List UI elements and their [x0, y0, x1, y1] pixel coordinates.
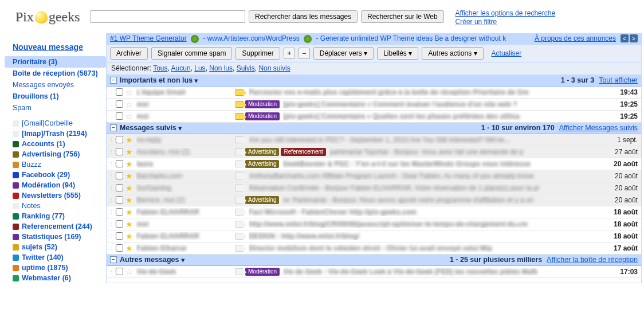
mail-row[interactable]: ⋮⋮★no-replyAre you still interested in P… — [107, 134, 641, 146]
star-icon[interactable]: ★ — [125, 220, 133, 229]
about-ads-link[interactable]: À propos de ces annonces — [535, 34, 616, 42]
ad-link[interactable]: #1 WP Theme Generator — [110, 34, 187, 42]
drag-handle-icon[interactable]: ⋮⋮ — [109, 245, 113, 251]
importance-marker[interactable] — [234, 233, 245, 240]
mail-row[interactable]: ⋮⋮★moihttp://www.miloi.fr/blog/CR/09/06/… — [107, 218, 641, 230]
importance-marker[interactable] — [234, 197, 245, 204]
drag-handle-icon[interactable]: ⋮⋮ — [109, 185, 113, 190]
ad-prev-button[interactable]: < — [621, 34, 629, 42]
mail-row[interactable]: ⋮⋮☆moiModération[pix-geeks] Commentaire … — [107, 111, 641, 123]
star-icon[interactable]: ★ — [125, 195, 133, 205]
sidebar-label[interactable]: Modération (94) — [5, 180, 106, 190]
mail-row[interactable]: ⋮⋮☆Vie-de-GeekModérationVie de Geek - Vi… — [107, 266, 641, 278]
row-checkbox[interactable] — [116, 88, 123, 96]
mail-row[interactable]: ⋮⋮★Fabien ELHARRARFact Microsoft - Fabie… — [107, 206, 641, 218]
select-option[interactable]: Non lus — [209, 64, 233, 72]
drag-handle-icon[interactable]: ⋮⋮ — [109, 221, 113, 226]
sidebar-label[interactable]: Webmaster (6) — [5, 273, 106, 283]
drag-handle-icon[interactable]: ⋮⋮ — [109, 149, 113, 154]
delete-button[interactable]: Supprimer — [235, 47, 280, 60]
sidebar-label[interactable]: Notes — [5, 201, 106, 211]
caret-down-icon[interactable]: ▾ — [181, 256, 185, 264]
archive-button[interactable]: Archiver — [110, 47, 148, 60]
importance-marker[interactable] — [234, 148, 245, 155]
collapse-icon[interactable]: − — [110, 256, 117, 263]
select-option[interactable]: Lus — [194, 64, 205, 72]
caret-down-icon[interactable]: ▾ — [178, 124, 182, 132]
row-checkbox[interactable] — [116, 160, 123, 167]
sidebar-item[interactable]: Spam — [5, 102, 106, 114]
refresh-link[interactable]: Actualiser — [492, 49, 522, 57]
sidebar-label[interactable]: Referencement (244) — [5, 221, 106, 232]
star-icon[interactable]: ★ — [125, 232, 133, 241]
importance-marker[interactable] — [234, 113, 245, 120]
star-icon[interactable]: ★ — [125, 183, 133, 193]
create-filter-link[interactable]: Créer un filtre — [455, 18, 497, 26]
importance-marker[interactable] — [234, 89, 245, 96]
sidebar-label[interactable]: sujets (52) — [5, 242, 106, 252]
minus-button[interactable]: − — [299, 48, 310, 59]
star-icon[interactable]: ★ — [125, 244, 133, 253]
select-option[interactable]: Aucun — [171, 64, 191, 72]
plus-button[interactable]: + — [284, 48, 295, 59]
importance-marker[interactable] — [234, 101, 245, 108]
drag-handle-icon[interactable]: ⋮⋮ — [109, 197, 113, 202]
row-checkbox[interactable] — [116, 268, 123, 275]
compose-button[interactable]: Nouveau message — [13, 42, 83, 52]
importance-marker[interactable] — [234, 221, 245, 228]
drag-handle-icon[interactable]: ⋮⋮ — [109, 137, 113, 142]
row-checkbox[interactable] — [116, 112, 123, 120]
search-messages-button[interactable]: Rechercher dans les messages — [249, 10, 358, 23]
star-icon[interactable]: ☆ — [125, 88, 133, 97]
drag-handle-icon[interactable]: ⋮⋮ — [109, 89, 113, 95]
mail-row[interactable]: ⋮⋮☆moiModération[pix-geeks] Commentaire … — [107, 99, 641, 111]
drag-handle-icon[interactable]: ⋮⋮ — [109, 161, 113, 166]
star-icon[interactable]: ★ — [125, 159, 133, 169]
row-checkbox[interactable] — [116, 184, 123, 191]
importance-marker[interactable] — [234, 173, 245, 179]
star-icon[interactable]: ☆ — [125, 100, 133, 109]
sidebar-label[interactable]: Newsletters (555) — [5, 190, 106, 201]
drag-handle-icon[interactable]: ⋮⋮ — [109, 269, 113, 274]
select-option[interactable]: Suivis — [237, 64, 255, 72]
report-spam-button[interactable]: Signaler comme spam — [151, 47, 232, 60]
mail-row[interactable]: ⋮⋮★Bernice, moi (2)Advertisingre: Parten… — [107, 194, 641, 206]
sidebar-label[interactable]: Accounts (1) — [5, 139, 106, 149]
mail-row[interactable]: ⋮⋮★SurGamingRéservation Confirmée - Bonj… — [107, 182, 641, 194]
row-checkbox[interactable] — [116, 100, 123, 108]
row-checkbox[interactable] — [116, 244, 123, 252]
sidebar-label[interactable]: Buzzz — [5, 159, 106, 170]
sidebar-item[interactable]: Boîte de réception (5873) — [5, 68, 106, 79]
star-icon[interactable]: ☆ — [125, 267, 133, 276]
importance-marker[interactable] — [234, 161, 245, 167]
ad-next-button[interactable]: > — [630, 34, 638, 42]
drag-handle-icon[interactable]: ⋮⋮ — [109, 209, 113, 214]
star-icon[interactable]: ★ — [125, 171, 133, 181]
row-checkbox[interactable] — [116, 208, 123, 216]
sidebar-item[interactable]: Brouillons (1) — [5, 91, 106, 102]
collapse-icon[interactable]: − — [110, 77, 117, 84]
section-link[interactable]: Afficher la boîte de réception — [547, 256, 638, 264]
row-checkbox[interactable] — [116, 196, 123, 204]
collapse-icon[interactable]: − — [110, 124, 117, 131]
mail-row[interactable]: ⋮⋮★Fabien ELHARRARDESIGN : http://www.mi… — [107, 230, 641, 242]
sidebar-label[interactable]: Twitter (140) — [5, 252, 106, 263]
search-web-button[interactable]: Rechercher sur le Web — [361, 10, 444, 23]
mail-row[interactable]: ⋮⋮☆L'équipe GmailParcourez vos e-mails p… — [107, 87, 641, 99]
mail-row[interactable]: ⋮⋮★lauraAdvertisingGeekBooster & PGC : Y… — [107, 158, 641, 170]
sidebar-label[interactable]: Statistiques (169) — [5, 232, 106, 242]
sidebar-label[interactable]: [Imap]/Trash (2194) — [5, 128, 106, 139]
sidebar-label[interactable]: Ranking (77) — [5, 211, 106, 221]
search-input[interactable] — [91, 10, 245, 23]
star-icon[interactable]: ★ — [125, 147, 133, 157]
drag-handle-icon[interactable]: ⋮⋮ — [109, 173, 113, 178]
row-checkbox[interactable] — [116, 172, 123, 179]
caret-down-icon[interactable]: ▾ — [194, 76, 198, 85]
section-link[interactable]: Tout afficher — [599, 76, 638, 84]
select-option[interactable]: Non suivis — [258, 64, 290, 72]
mail-row[interactable]: ⋮⋮★Barcharks.comAnthonyBarcharks.com Aff… — [107, 170, 641, 182]
section-link[interactable]: Afficher Messages suivis — [559, 124, 638, 132]
sidebar-label[interactable]: uptime (1875) — [5, 263, 106, 273]
importance-marker[interactable] — [234, 268, 245, 275]
labels-button[interactable]: Libellés ▾ — [377, 47, 418, 60]
